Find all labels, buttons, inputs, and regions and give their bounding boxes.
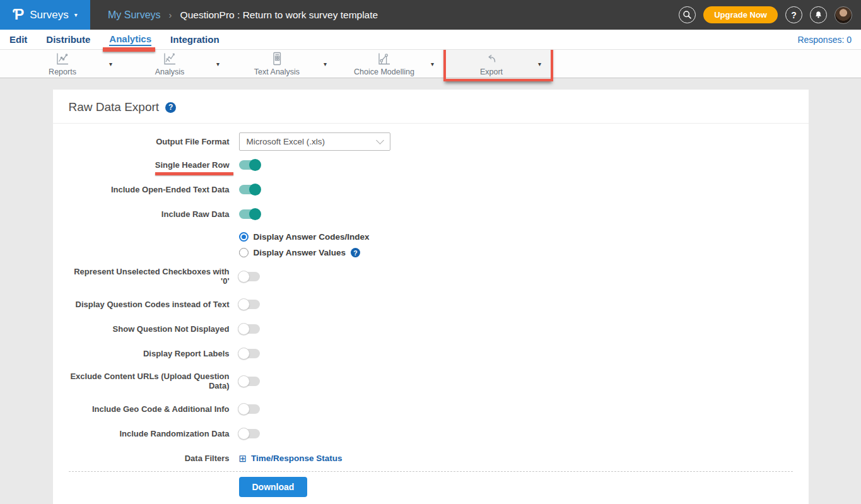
choice-modelling-icon [377,51,392,66]
upgrade-now-button[interactable]: Upgrade Now [703,6,778,23]
tab-edit[interactable]: Edit [9,34,27,45]
include-open-ended-toggle[interactable] [239,185,260,194]
chevron-down-icon[interactable]: ▾ [324,61,337,67]
help-button[interactable]: ? [785,6,802,23]
toolbar-item-choice-modelling[interactable]: Choice Modelling ▾ [337,50,445,78]
export-arrow-icon [484,51,499,66]
form-row: Display Question Codes instead of Text [69,298,793,310]
randomization-label: Include Randomization Data [69,429,230,438]
notifications-button[interactable] [810,6,827,23]
toolbar-item-label: Text Analysis [254,67,300,76]
breadcrumb: My Surveys › QuestionPro : Return to wor… [108,9,378,21]
toggle-knob [238,323,250,335]
show-not-displayed-toggle[interactable] [239,324,260,334]
data-filters-label: Data Filters [69,454,230,463]
form-row: Include Geo Code & Additional Info [69,402,793,415]
form-row: Exclude Content URLs (Upload Question Da… [69,372,793,390]
include-raw-data-toggle[interactable] [239,209,260,219]
toolbar-item-label: Analysis [155,67,185,76]
toolbar-item-text-analysis[interactable]: Text Analysis ▾ [230,50,337,78]
toggle-knob [238,375,250,387]
time-response-status-link[interactable]: ⊞ Time/Response Status [239,454,343,463]
tab-distribute[interactable]: Distribute [46,34,90,45]
chevron-down-icon[interactable]: ▾ [538,61,552,67]
toggle-knob [249,184,261,196]
exclude-content-urls-toggle[interactable] [239,377,260,386]
product-switcher-label: Surveys [30,9,68,21]
toggle-knob [249,159,261,171]
toolbar-item-reports[interactable]: Reports ▾ [16,50,123,78]
single-header-row-toggle[interactable] [239,160,260,170]
breadcrumb-my-surveys[interactable]: My Surveys [108,9,161,21]
analytics-toolbar: Reports ▾ Analysis ▾ Text Analysis ▾ [0,50,861,78]
product-switcher[interactable]: Ƥ Surveys ▾ [0,0,90,30]
form-row: Include Open-Ended Text Data [69,183,793,196]
toolbar-item-analysis[interactable]: Analysis ▾ [123,50,230,78]
page-title: QuestionPro : Return to work survey temp… [180,9,378,21]
chevron-down-icon [376,136,384,144]
form-row: Represent Unselected Checkboxes with '0' [69,267,793,286]
bell-icon [814,10,823,20]
radio-label: Display Answer Values [254,248,346,257]
include-raw-data-label: Include Raw Data [69,209,230,219]
toolbar-item-export[interactable]: Export ▾ [445,50,552,78]
radio-unselected-icon[interactable] [239,248,249,257]
radio-option-answer-codes[interactable]: Display Answer Codes/Index [239,232,370,242]
report-labels-toggle[interactable] [239,349,260,358]
form-row: Output File Format Microsoft Excel (.xls… [69,132,793,151]
top-header: Ƥ Surveys ▾ My Surveys › QuestionPro : R… [0,0,861,30]
form-row: Show Question Not Displayed [69,322,793,335]
breadcrumb-separator-icon: › [169,9,172,20]
chevron-down-icon[interactable]: ▾ [109,61,123,67]
search-icon [682,10,692,20]
radio-option-answer-values[interactable]: Display Answer Values ? [239,248,361,257]
toggle-knob [249,208,261,220]
raw-data-export-panel: Raw Data Export ? Output File Format Mic… [53,90,809,504]
help-icon[interactable]: ? [351,248,360,257]
form-row: Single Header Row [69,158,793,171]
randomization-toggle[interactable] [239,429,260,438]
question-mark-icon: ? [791,10,797,20]
toolbar-item-label: Reports [49,67,76,76]
form-row: Data Filters ⊞ Time/Response Status [69,452,793,464]
help-icon[interactable]: ? [165,102,176,113]
reports-chart-icon [55,51,70,66]
form-row: Display Report Labels [69,347,793,360]
download-button[interactable]: Download [239,477,308,497]
include-open-ended-label: Include Open-Ended Text Data [69,185,230,194]
user-avatar[interactable] [835,6,852,24]
toggle-knob [238,428,250,440]
tab-analytics[interactable]: Analytics [109,33,151,46]
form-row: Include Randomization Data [69,427,793,440]
survey-nav: Edit Distribute Analytics Integration Re… [0,30,861,50]
output-file-format-select[interactable]: Microsoft Excel (.xls) [239,132,390,151]
toolbar-item-label: Export [480,67,503,76]
represent-unselected-label: Represent Unselected Checkboxes with '0' [69,267,230,286]
questionpro-logo-icon: Ƥ [13,8,24,22]
toggle-knob [238,403,250,415]
export-options-form: Output File Format Microsoft Excel (.xls… [53,124,809,464]
represent-unselected-toggle[interactable] [239,272,260,281]
report-labels-label: Display Report Labels [69,349,230,358]
toggle-knob [238,271,250,283]
chevron-down-icon[interactable]: ▾ [431,61,445,67]
chevron-down-icon[interactable]: ▾ [216,61,230,67]
chevron-down-icon: ▾ [74,11,78,18]
text-analysis-icon [269,51,284,66]
question-codes-toggle[interactable] [239,300,260,309]
toggle-knob [238,348,250,360]
question-codes-label: Display Question Codes instead of Text [69,300,230,309]
show-not-displayed-label: Show Question Not Displayed [69,324,230,334]
responses-count: Responses: 0 [797,35,852,45]
form-row: Include Raw Data [69,208,793,220]
panel-title: Raw Data Export [69,100,160,114]
output-file-format-label: Output File Format [69,137,230,146]
geo-code-toggle[interactable] [239,404,260,414]
expand-plus-icon: ⊞ [239,454,247,463]
radio-selected-icon[interactable] [239,232,249,242]
toggle-knob [238,298,250,310]
tab-integration[interactable]: Integration [170,34,220,45]
single-header-row-label: Single Header Row [69,160,230,170]
exclude-content-urls-label: Exclude Content URLs (Upload Question Da… [69,372,230,390]
search-button[interactable] [679,6,696,23]
